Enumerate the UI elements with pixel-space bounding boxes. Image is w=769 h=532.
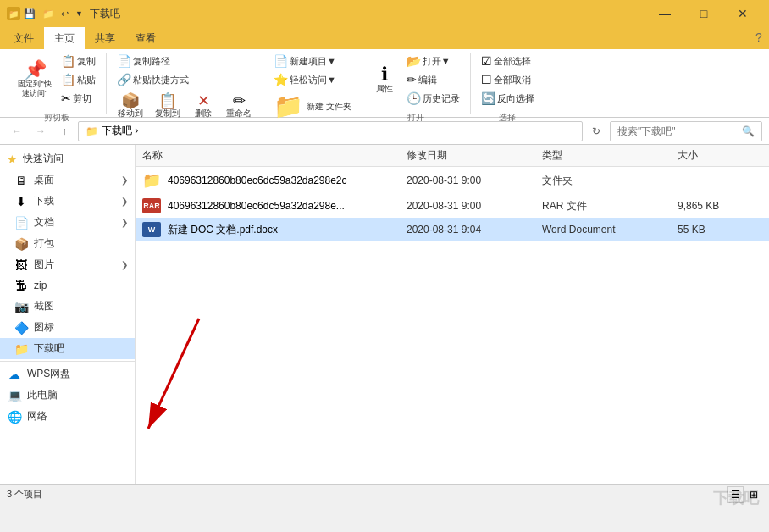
refresh-button[interactable]: ↻ bbox=[586, 121, 606, 141]
main-layout: ★ 快速访问 🖥 桌面 ❯ ⬇ 下载 ❯ 📄 文档 ❯ 📦 打包 🖼 图片 ❯ bbox=[0, 145, 769, 484]
table-row[interactable]: 📁 40696312860b80ec6dc59a32da298e2c 2020-… bbox=[136, 167, 769, 194]
pictures-icon: 🖼 bbox=[14, 258, 29, 272]
pin-to-quick-access-button[interactable]: 📌 固定到"快速访问" bbox=[14, 59, 56, 100]
copy-button[interactable]: 📋 复制 bbox=[58, 53, 99, 69]
new-items: 📄 新建项目▼ ⭐ 轻松访问▼ 📁 新建 文件夹 bbox=[270, 53, 355, 124]
back-button[interactable]: ← bbox=[7, 121, 27, 141]
undo-quick-icon[interactable]: ↩ bbox=[61, 8, 69, 19]
folder-xiazaiba-icon: 📁 bbox=[14, 342, 29, 356]
col-size[interactable]: 大小 bbox=[678, 148, 762, 163]
select-items: ☑ 全部选择 ☐ 全部取消 🔄 反向选择 bbox=[478, 53, 538, 110]
sidebar-item-pictures[interactable]: 🖼 图片 ❯ bbox=[0, 254, 135, 275]
title-bar-left: 📁 💾 📁 ↩ ▼ 下载吧 bbox=[7, 7, 120, 21]
close-button[interactable]: ✕ bbox=[723, 0, 762, 27]
table-row[interactable]: RAR 40696312860b80ec6dc59a32da298e... 20… bbox=[136, 194, 769, 218]
sidebar-divider-1 bbox=[0, 361, 135, 362]
folder-icon-1: 📁 bbox=[142, 171, 161, 190]
tab-file[interactable]: 文件 bbox=[3, 27, 44, 49]
rename-button[interactable]: ✏ 重命名 bbox=[222, 91, 256, 120]
address-path[interactable]: 📁 下载吧 › bbox=[78, 121, 583, 141]
move-to-button[interactable]: 📦 移动到 bbox=[113, 91, 147, 120]
file-type-2: RAR 文件 bbox=[542, 199, 678, 213]
help-button[interactable]: ? bbox=[749, 27, 769, 47]
new-folder-button[interactable]: 📁 新建 文件夹 bbox=[270, 93, 355, 120]
copy-to-label: 复制到 bbox=[155, 108, 180, 119]
ribbon: 文件 主页 共享 查看 ? 📌 固定到"快速访问" 📋 复制 📋 bbox=[0, 27, 769, 118]
tab-share[interactable]: 共享 bbox=[85, 27, 125, 49]
quick-save-icon[interactable]: 💾 bbox=[24, 8, 36, 19]
sidebar-item-desktop[interactable]: 🖥 桌面 ❯ bbox=[0, 169, 135, 191]
zip-icon: 🗜 bbox=[14, 279, 29, 292]
paste-button[interactable]: 📋 粘贴 bbox=[58, 71, 99, 88]
clipboard-items: 📌 固定到"快速访问" 📋 复制 📋 粘贴 ✂ 剪切 bbox=[14, 53, 99, 110]
pack-icon: 📦 bbox=[14, 237, 29, 251]
sidebar-item-screenshot[interactable]: 📷 截图 bbox=[0, 296, 135, 317]
new-item-button[interactable]: 📄 新建项目▼ bbox=[270, 53, 340, 69]
docx-icon: W bbox=[142, 222, 161, 237]
sidebar-item-computer[interactable]: 💻 此电脑 bbox=[0, 385, 135, 406]
new-folder-label: 新建 文件夹 bbox=[307, 102, 351, 112]
sidebar-item-pack[interactable]: 📦 打包 bbox=[0, 233, 135, 254]
file-name-text-3: 新建 DOC 文档.pdf.docx bbox=[168, 223, 278, 237]
minimize-button[interactable]: — bbox=[645, 0, 684, 27]
file-name-text-1: 40696312860b80ec6dc59a32da298e2c bbox=[168, 175, 347, 186]
delete-label: 删除 bbox=[195, 108, 212, 119]
copy-path-button[interactable]: 📄 复制路径 bbox=[113, 53, 174, 69]
tab-view[interactable]: 查看 bbox=[125, 27, 166, 49]
table-row[interactable]: W 新建 DOC 文档.pdf.docx 2020-08-31 9:04 Wor… bbox=[136, 218, 769, 241]
rename-label: 重命名 bbox=[226, 108, 252, 119]
sidebar-quick-access[interactable]: ★ 快速访问 bbox=[0, 148, 135, 169]
sidebar-item-zip[interactable]: 🗜 zip bbox=[0, 275, 135, 296]
status-bar: 3 个项目 ☰ ⊞ bbox=[0, 484, 769, 504]
cut-button[interactable]: ✂ 剪切 bbox=[58, 90, 99, 107]
select-all-button[interactable]: ☑ 全部选择 bbox=[478, 53, 534, 69]
sidebar-item-network[interactable]: 🌐 网络 bbox=[0, 406, 135, 427]
file-name-1: 📁 40696312860b80ec6dc59a32da298e2c bbox=[142, 171, 407, 190]
folder-breadcrumb-icon: 📁 bbox=[86, 125, 98, 137]
organize-items: 📄 复制路径 🔗 粘贴快捷方式 📦 移动到 � bbox=[113, 53, 256, 124]
search-box[interactable]: 🔍 bbox=[610, 121, 762, 141]
docs-icon: 📄 bbox=[14, 216, 29, 230]
col-name[interactable]: 名称 bbox=[142, 148, 407, 163]
copy-to-button[interactable]: 📋 复制到 bbox=[151, 91, 185, 120]
easy-access-button[interactable]: ⭐ 轻松访问▼ bbox=[270, 71, 340, 88]
screenshot-icon: 📷 bbox=[14, 300, 29, 313]
invert-selection-button[interactable]: 🔄 反向选择 bbox=[478, 90, 538, 107]
dropdown-quick-icon[interactable]: ▼ bbox=[75, 9, 83, 18]
sidebar-item-documents[interactable]: 📄 文档 ❯ bbox=[0, 212, 135, 233]
history-icon: 🕒 bbox=[407, 91, 421, 105]
sidebar-item-xiazaiba[interactable]: 📁 下载吧 bbox=[0, 338, 135, 359]
star-icon: ★ bbox=[7, 152, 18, 166]
forward-button[interactable]: → bbox=[30, 121, 51, 141]
edit-button[interactable]: ✏ 编辑 bbox=[403, 71, 463, 88]
sidebar-item-downloads[interactable]: ⬇ 下载 ❯ bbox=[0, 191, 135, 212]
new-folder-quick-icon[interactable]: 📁 bbox=[42, 8, 54, 19]
paste-icon: 📋 bbox=[61, 73, 75, 86]
open-button[interactable]: 📂 打开▼ bbox=[403, 53, 463, 69]
select-none-label: 全部取消 bbox=[494, 74, 531, 86]
sidebar-item-wps[interactable]: ☁ WPS网盘 bbox=[0, 363, 135, 385]
easy-access-icon: ⭐ bbox=[274, 73, 288, 86]
open-items: ℹ 属性 📂 打开▼ ✏ 编辑 🕒 历史记录 bbox=[369, 53, 463, 110]
paste-shortcut-button[interactable]: 🔗 粘贴快捷方式 bbox=[113, 71, 192, 88]
up-button[interactable]: ↑ bbox=[54, 121, 75, 141]
file-type-1: 文件夹 bbox=[542, 174, 678, 188]
select-none-button[interactable]: ☐ 全部取消 bbox=[478, 71, 534, 88]
col-type[interactable]: 类型 bbox=[542, 148, 678, 163]
arrow-icon-4: ❯ bbox=[121, 260, 128, 269]
network-icon: 🌐 bbox=[7, 410, 22, 424]
file-date-3: 2020-08-31 9:04 bbox=[407, 224, 542, 236]
copy-to-icon: 📋 bbox=[158, 93, 177, 108]
icons-icon: 🔷 bbox=[14, 321, 29, 335]
select-all-label: 全部选择 bbox=[494, 55, 531, 68]
tab-home[interactable]: 主页 bbox=[44, 27, 85, 49]
sidebar-item-icons[interactable]: 🔷 图标 bbox=[0, 317, 135, 338]
properties-button[interactable]: ℹ 属性 bbox=[369, 64, 400, 96]
history-button[interactable]: 🕒 历史记录 bbox=[403, 90, 463, 107]
search-input[interactable] bbox=[617, 125, 742, 137]
delete-button[interactable]: ✕ 删除 bbox=[188, 91, 219, 120]
col-date[interactable]: 修改日期 bbox=[407, 148, 542, 163]
maximize-button[interactable]: □ bbox=[684, 0, 723, 27]
download-icon: ⬇ bbox=[14, 195, 29, 208]
app-icon: 📁 bbox=[7, 7, 20, 20]
